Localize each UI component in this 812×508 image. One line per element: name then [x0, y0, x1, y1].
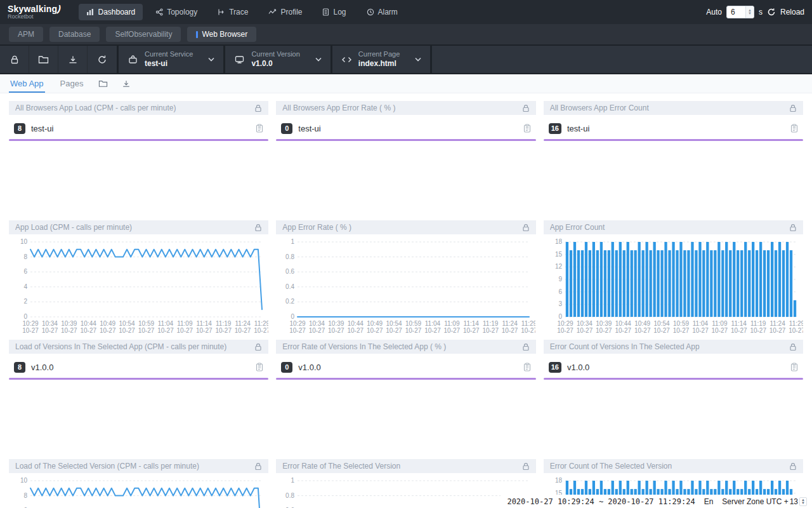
- svg-text:10-27: 10-27: [348, 327, 364, 334]
- clipboard-icon[interactable]: [256, 363, 263, 371]
- svg-text:1: 1: [291, 238, 295, 245]
- lock-icon[interactable]: [254, 462, 262, 471]
- clipboard-icon[interactable]: [790, 363, 798, 371]
- svg-text:10-27: 10-27: [692, 327, 709, 334]
- lock-icon[interactable]: [254, 343, 262, 351]
- nav-item-profile[interactable]: Profile: [261, 4, 310, 20]
- chevron-down-icon: [208, 57, 214, 62]
- subtab-apm[interactable]: APM: [9, 27, 43, 42]
- language-selector[interactable]: En: [704, 497, 714, 506]
- nav-item-topology[interactable]: Topology: [148, 4, 205, 20]
- svg-text:11:19: 11:19: [483, 320, 499, 327]
- value-badge: 0: [281, 123, 292, 134]
- nav-item-log[interactable]: Log: [315, 4, 353, 20]
- svg-text:18: 18: [555, 238, 563, 245]
- lock-icon[interactable]: [789, 343, 797, 351]
- svg-text:10:59: 10:59: [138, 320, 154, 327]
- value-badge: 8: [14, 362, 25, 373]
- card-title: Error Count of The Selected Version: [550, 462, 789, 471]
- svg-text:15: 15: [555, 251, 563, 258]
- svg-text:10-27: 10-27: [424, 327, 441, 334]
- lock-icon[interactable]: [522, 224, 530, 232]
- lock-icon: [10, 55, 20, 65]
- svg-text:10-27: 10-27: [769, 327, 785, 334]
- lock-icon[interactable]: [522, 462, 530, 471]
- value-badge: 16: [549, 123, 561, 134]
- chevron-down-icon: [315, 57, 322, 62]
- alarm-icon: [367, 8, 374, 16]
- slot-indicator-bar: [9, 378, 268, 380]
- clipboard-icon[interactable]: [256, 124, 263, 133]
- version-selector[interactable]: Current Version v1.0.0: [225, 46, 330, 73]
- card-title: All Browsers App Error Count: [550, 104, 789, 112]
- card-title: All Browsers App Error Rate ( % ): [282, 104, 521, 112]
- nav-item-trace[interactable]: Trace: [210, 4, 256, 20]
- svg-text:12: 12: [555, 263, 563, 270]
- svg-text:4: 4: [23, 283, 27, 290]
- svg-text:10-27: 10-27: [615, 327, 631, 334]
- version-error-rate-line-chart[interactable]: 00.20.40.60.8110:2910-2710:3410-2710:391…: [276, 474, 535, 508]
- nav-item-label: Alarm: [378, 8, 398, 17]
- lock-icon[interactable]: [789, 224, 797, 232]
- logo-text: Skywalking: [8, 4, 57, 14]
- page-selector[interactable]: Current Page index.html: [332, 46, 430, 73]
- metric-slot[interactable]: 0 test-ui: [276, 121, 535, 136]
- svg-text:10:29: 10:29: [290, 320, 306, 327]
- clipboard-icon[interactable]: [523, 363, 531, 371]
- svg-text:8: 8: [23, 253, 27, 260]
- export-button[interactable]: [58, 46, 88, 73]
- tab-folder-button[interactable]: [98, 79, 108, 88]
- refresh-button[interactable]: [88, 46, 117, 73]
- metric-slot[interactable]: 8 v1.0.0: [9, 359, 268, 375]
- app-error-count-bar-chart[interactable]: 036912151810:2910-2710:3410-2710:3910-27…: [544, 236, 803, 336]
- lock-icon[interactable]: [789, 104, 797, 112]
- app-load-line-chart[interactable]: 024681010:2910-2710:3410-2710:3910-2710:…: [9, 236, 268, 336]
- nav-item-alarm[interactable]: Alarm: [359, 4, 405, 20]
- clipboard-icon[interactable]: [790, 124, 798, 133]
- service-selector[interactable]: Current Service test-ui: [119, 46, 223, 73]
- lock-icon[interactable]: [789, 462, 797, 471]
- app-error-rate-line-chart[interactable]: 00.20.40.60.8110:2910-2710:3410-2710:391…: [276, 236, 535, 336]
- server-zone-value[interactable]: 13: [790, 497, 798, 506]
- time-range-value[interactable]: 2020-10-27 10:29:24 ~ 2020-10-27 11:29:2…: [507, 497, 695, 506]
- reload-icon[interactable]: [767, 8, 776, 17]
- selector-value: v1.0.0: [251, 59, 299, 69]
- folder-icon: [38, 55, 49, 64]
- reload-label[interactable]: Reload: [780, 8, 804, 17]
- nav-item-dashboard[interactable]: Dashboard: [79, 4, 143, 20]
- lock-button[interactable]: [0, 46, 29, 73]
- slot-indicator-bar: [9, 139, 268, 141]
- tab-web-app[interactable]: Web App: [9, 75, 45, 93]
- svg-text:10-27: 10-27: [61, 327, 77, 334]
- svg-text:10-27: 10-27: [100, 327, 116, 334]
- auto-interval-input[interactable]: 6 ▲▼: [726, 6, 754, 18]
- metric-slot[interactable]: 16 test-ui: [544, 121, 803, 136]
- card-header: Error Count of The Selected Version: [544, 459, 803, 473]
- metric-slot[interactable]: 0 v1.0.0: [276, 359, 535, 375]
- subtab-database[interactable]: Database: [49, 27, 100, 42]
- import-button[interactable]: [29, 46, 58, 73]
- subtab-web-browser[interactable]: Web Browser: [187, 27, 256, 42]
- selector-label: Current Service: [145, 50, 193, 59]
- stepper-arrows-icon[interactable]: ▲▼: [745, 6, 754, 18]
- card-title: Error Rate of Versions In The Selected A…: [282, 342, 521, 351]
- svg-text:10-27: 10-27: [557, 327, 573, 334]
- lock-icon[interactable]: [522, 104, 530, 112]
- svg-text:10-27: 10-27: [672, 327, 689, 334]
- lock-icon[interactable]: [254, 224, 262, 232]
- lock-icon[interactable]: [522, 343, 530, 351]
- clipboard-icon[interactable]: [523, 124, 531, 133]
- metric-slot[interactable]: 16 v1.0.0: [544, 359, 803, 375]
- card-app-load-chart: App Load (CPM - calls per minute) 024681…: [9, 220, 268, 337]
- metric-slot[interactable]: 8 test-ui: [9, 121, 268, 136]
- lock-icon[interactable]: [254, 104, 262, 112]
- card-title: App Error Count: [550, 223, 789, 232]
- dashboard-grid: All Browsers App Load (CPM - calls per m…: [0, 93, 812, 508]
- subtab-selfobservability[interactable]: SelfObservability: [106, 27, 181, 42]
- tab-export-button[interactable]: [122, 79, 131, 88]
- svg-text:0.8: 0.8: [285, 492, 294, 499]
- svg-text:10-27: 10-27: [502, 327, 518, 334]
- tab-pages[interactable]: Pages: [59, 75, 85, 93]
- version-load-line-chart[interactable]: 024681010:2910-2710:3410-2710:3910-2710:…: [9, 474, 268, 508]
- stepper-arrows-icon[interactable]: ▲▼: [799, 497, 807, 506]
